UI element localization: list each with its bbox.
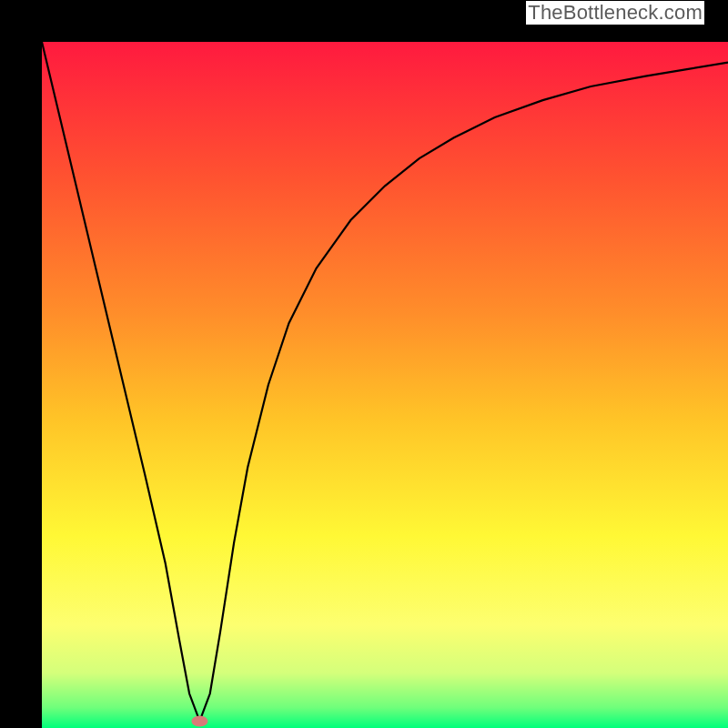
chart-frame [0, 0, 728, 728]
optimum-marker [191, 715, 207, 726]
gradient-background [42, 42, 728, 728]
chart-svg [42, 42, 728, 728]
watermark-label: TheBottleneck.com [526, 1, 704, 25]
plot-area [42, 42, 728, 728]
